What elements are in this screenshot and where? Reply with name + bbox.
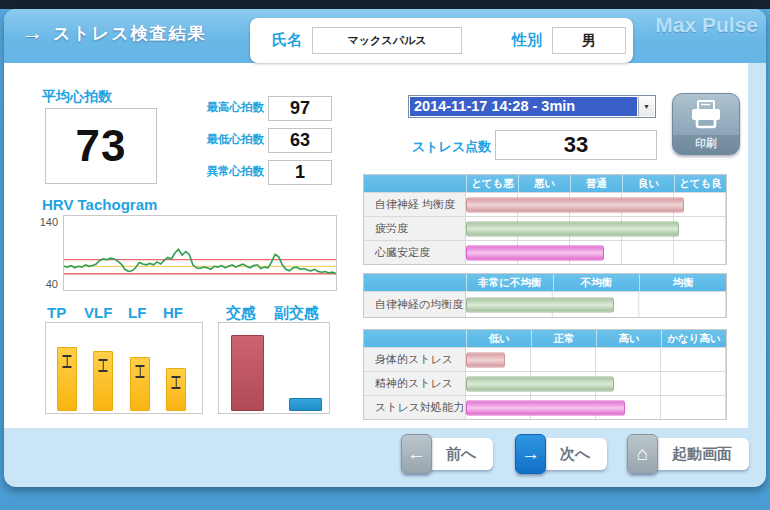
hf-bar: [166, 368, 186, 411]
previous-button-label: 前へ: [429, 438, 493, 470]
gauge-bar: [466, 352, 505, 367]
parasympathetic-bar: [289, 398, 322, 412]
gender-label: 性別: [512, 31, 542, 50]
row-label-physical-stress: 身体的ストレス: [364, 348, 466, 371]
col-normal: 正常: [531, 330, 596, 347]
col-very-unbalanced: 非常に不均衡: [466, 274, 553, 291]
gauge-bar: [466, 245, 604, 260]
stress-score-label: ストレス点数: [412, 138, 491, 156]
avg-heart-rate-label: 平均心拍数: [42, 88, 112, 106]
abnormal-heart-rate-label: 異常心拍数: [196, 164, 264, 179]
home-screen-button-label: 起動画面: [655, 438, 749, 470]
avg-heart-rate-value: 73: [76, 121, 127, 171]
vlf-bar: [93, 351, 113, 411]
row-label-stress-coping: ストレス対処能力: [364, 396, 466, 419]
measurement-date-value: 2014-11-17 14:28 - 3min: [410, 97, 637, 116]
gauge-bar: [466, 297, 614, 312]
page-title-group: → ストレス検査結果: [22, 21, 207, 45]
table-row: 精神的ストレス: [364, 371, 726, 395]
row-label-heart-stability: 心臓安定度: [364, 241, 466, 264]
col-very-high: かなり高い: [661, 330, 726, 347]
vlf-label: VLF: [84, 304, 112, 321]
balance-gauge-table: 非常に不均衡 不均衡 均衡 自律神経の均衡度: [363, 273, 727, 318]
stress-gauge-header: 低い 正常 高い かなり高い: [364, 330, 726, 347]
lf-label: LF: [128, 304, 146, 321]
wellness-gauge-table: とても悪い 悪い 普通 良い とても良い 自律神経 均衡度 疲労度 心臓安定度: [363, 174, 727, 265]
table-row: 疲労度: [364, 216, 726, 240]
name-label: 氏名: [272, 31, 302, 50]
brand-logo: Max Pulse: [655, 13, 758, 37]
measurement-date-dropdown[interactable]: 2014-11-17 14:28 - 3min ▼: [408, 95, 656, 118]
lf-error-bar: [136, 365, 145, 378]
col-bad: 悪い: [518, 175, 570, 192]
hrv-ymax-tick: 140: [34, 216, 58, 228]
max-heart-rate-label: 最高心拍数: [196, 100, 264, 115]
table-row: 身体的ストレス: [364, 347, 726, 371]
table-row: 心臓安定度: [364, 240, 726, 264]
tp-error-bar: [63, 355, 72, 368]
header-spacer: [364, 330, 466, 347]
sympathetic-bar: [231, 335, 264, 411]
hrv-tachogram-chart: [63, 215, 337, 291]
window-top-strip: [0, 0, 770, 9]
col-high: 高い: [596, 330, 661, 347]
hrv-line-series: [64, 249, 336, 273]
gauge-bar: [466, 400, 625, 415]
col-very-bad: とても悪い: [466, 175, 518, 192]
col-very-good: とても良い: [674, 175, 726, 192]
gauge-bar: [466, 376, 614, 391]
hrv-line-chart-svg: [64, 216, 336, 290]
col-low: 低い: [466, 330, 531, 347]
stress-gauge-table: 低い 正常 高い かなり高い 身体的ストレス 精神的ストレス ストレス対処能力: [363, 329, 727, 420]
sympathetic-label: 交感: [226, 304, 256, 323]
hrv-ymin-tick: 40: [34, 278, 58, 290]
parasympathetic-label: 副交感: [274, 304, 319, 323]
print-button[interactable]: 印刷: [672, 93, 740, 155]
home-icon: ⌂: [627, 434, 658, 474]
min-heart-rate-value: 63: [268, 128, 332, 153]
vlf-error-bar: [99, 359, 108, 372]
col-normal: 普通: [570, 175, 622, 192]
col-unbalanced: 不均衡: [553, 274, 640, 291]
hf-label: HF: [163, 304, 183, 321]
frequency-bar-chart: [45, 322, 203, 414]
abnormal-heart-rate-value: 1: [268, 160, 332, 185]
col-good: 良い: [622, 175, 674, 192]
arrow-right-icon: →: [515, 434, 546, 474]
row-label-fatigue: 疲労度: [364, 217, 466, 240]
printer-icon: [689, 100, 723, 130]
hrv-tachogram-title: HRV Tachogram: [42, 196, 157, 213]
page-title: ストレス検査結果: [53, 22, 207, 45]
next-button[interactable]: → 次へ: [515, 438, 607, 470]
gauge-bar: [466, 197, 684, 212]
table-row: ストレス対処能力: [364, 395, 726, 419]
avg-heart-rate-box: 73: [45, 108, 157, 184]
home-screen-button[interactable]: ⌂ 起動画面: [627, 438, 749, 470]
col-balanced: 均衡: [639, 274, 726, 291]
stress-score-value: 33: [495, 130, 657, 160]
gender-field[interactable]: 男: [552, 27, 626, 54]
table-row: 自律神経の均衡度: [364, 291, 726, 317]
app-window: → ストレス検査結果 Max Pulse 氏名 マックスパルス 性別 男 平均心…: [0, 0, 770, 510]
hf-error-bar: [172, 376, 181, 389]
max-heart-rate-value: 97: [268, 96, 332, 121]
previous-button[interactable]: ← 前へ: [401, 438, 493, 470]
table-row: 自律神経 均衡度: [364, 192, 726, 216]
tp-label: TP: [47, 304, 66, 321]
next-button-label: 次へ: [543, 438, 607, 470]
wellness-gauge-header: とても悪い 悪い 普通 良い とても良い: [364, 175, 726, 192]
autonomic-balance-bar-chart: [218, 322, 330, 414]
print-button-label: 印刷: [673, 136, 739, 151]
gauge-bar: [466, 221, 679, 236]
dropdown-arrow-icon[interactable]: ▼: [638, 97, 654, 116]
row-label-autonomic-balance: 自律神経 均衡度: [364, 193, 466, 216]
header-spacer: [364, 175, 466, 192]
tp-bar: [57, 347, 77, 411]
header-spacer: [364, 274, 466, 291]
patient-info-panel: 氏名 マックスパルス 性別 男: [250, 18, 633, 63]
row-label-mental-stress: 精神的ストレス: [364, 372, 466, 395]
balance-gauge-header: 非常に不均衡 不均衡 均衡: [364, 274, 726, 291]
row-label-ans-balance: 自律神経の均衡度: [364, 292, 466, 317]
name-field[interactable]: マックスパルス: [312, 27, 462, 54]
arrow-left-icon: ←: [401, 434, 432, 474]
